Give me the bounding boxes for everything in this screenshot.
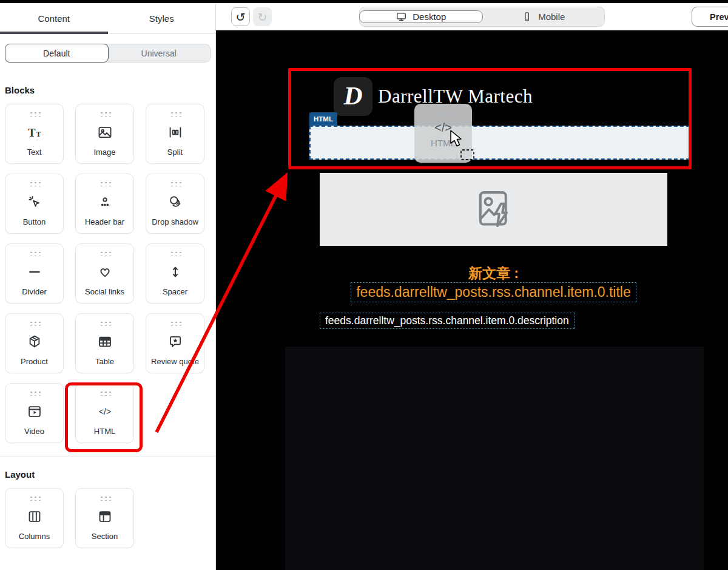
block-card-product[interactable]: Product xyxy=(5,313,64,373)
drag-dots-icon xyxy=(29,110,41,117)
drop-shadow-icon xyxy=(167,186,183,217)
drag-dots-icon xyxy=(169,180,181,186)
drag-dots-icon xyxy=(169,250,181,256)
broken-image-icon xyxy=(474,188,513,231)
device-toggle: Desktop Mobile xyxy=(359,7,605,27)
svg-text:T: T xyxy=(28,126,35,138)
drag-dots-icon xyxy=(29,180,41,186)
mobile-toggle-button[interactable]: Mobile xyxy=(482,11,605,22)
block-card-header-bar[interactable]: Header bar xyxy=(75,174,134,234)
block-card-social-links[interactable]: Social links xyxy=(75,243,134,304)
html-icon: </> xyxy=(97,396,113,427)
post-section-heading: 新文章 : xyxy=(320,265,667,281)
email-preview-canvas: D DarrellTW Martech HTML </> HTML 新文章 : … xyxy=(216,30,728,570)
section-icon xyxy=(97,501,113,532)
review-quote-icon xyxy=(167,326,183,357)
drag-dots-icon xyxy=(99,390,111,396)
feed-description-variable[interactable]: feeds.darrelltw_posts.rss.channel.item.0… xyxy=(320,313,575,329)
html-block-dropzone[interactable] xyxy=(309,126,690,160)
drag-dots-icon xyxy=(169,110,181,117)
block-card-button[interactable]: Button xyxy=(5,174,64,234)
drag-dots-icon xyxy=(29,390,41,396)
table-icon xyxy=(97,326,113,357)
toggle-universal[interactable]: Universal xyxy=(108,44,211,62)
sidebar-tabs: Content Styles xyxy=(0,3,215,34)
feed-title-row: feeds.darrelltw_posts.rss.channel.item.0… xyxy=(320,282,667,302)
columns-icon xyxy=(27,501,42,532)
divider-icon xyxy=(27,256,42,287)
block-card-image[interactable]: Image xyxy=(75,104,134,164)
tab-content[interactable]: Content xyxy=(0,3,108,33)
active-tab-underline xyxy=(0,32,108,34)
drag-dots-icon xyxy=(99,495,111,501)
drag-dots-icon xyxy=(99,320,111,326)
svg-text:</>: </> xyxy=(98,406,110,416)
block-card-spacer[interactable]: Spacer xyxy=(146,243,204,304)
drag-dots-icon xyxy=(29,320,41,326)
mobile-icon xyxy=(521,11,533,22)
block-card-divider[interactable]: Divider xyxy=(5,243,64,304)
image-icon xyxy=(97,117,113,148)
desktop-toggle-button[interactable]: Desktop xyxy=(359,10,483,23)
split-icon xyxy=(167,117,183,148)
layout-heading: Layout xyxy=(5,469,215,480)
undo-button[interactable]: ↺ xyxy=(231,7,250,26)
drag-dots-icon xyxy=(29,250,41,256)
product-icon xyxy=(27,326,42,357)
block-card-text[interactable]: TT Text xyxy=(5,104,64,164)
feed-title-variable[interactable]: feeds.darrelltw_posts.rss.channel.item.0… xyxy=(351,282,636,302)
toggle-default[interactable]: Default xyxy=(5,44,109,63)
preview-button[interactable]: Preview xyxy=(692,7,728,27)
block-card-table[interactable]: Table xyxy=(75,313,134,373)
drag-dots-icon xyxy=(99,250,111,256)
email-editor: Content Styles Default Universal Blocks … xyxy=(0,0,728,570)
spacer-icon xyxy=(167,256,183,287)
email-footer-section[interactable] xyxy=(285,347,704,570)
desktop-icon xyxy=(396,11,407,22)
button-icon xyxy=(27,186,42,217)
text-icon: TT xyxy=(27,117,42,148)
social-links-icon xyxy=(97,256,113,287)
drag-dots-icon xyxy=(437,110,450,117)
block-card-split[interactable]: Split xyxy=(146,104,204,164)
sidebar-divider xyxy=(0,456,215,456)
block-card-columns[interactable]: Columns xyxy=(5,488,64,548)
drag-dots-icon xyxy=(169,320,181,326)
header-bar-icon xyxy=(97,186,113,217)
sidebar: Content Styles Default Universal Blocks … xyxy=(0,3,216,570)
video-icon xyxy=(27,396,42,427)
svg-text:T: T xyxy=(36,129,41,138)
drag-dots-icon xyxy=(99,110,111,117)
image-placeholder[interactable] xyxy=(320,173,667,246)
blocks-heading: Blocks xyxy=(5,85,215,95)
canvas-toolbar: ↺ ↻ Desktop Mobile Preview xyxy=(216,3,728,30)
layout-grid: Columns Section xyxy=(0,488,215,548)
brand-logo: D xyxy=(334,77,372,116)
block-card-drop-shadow[interactable]: Drop shadow xyxy=(146,174,204,234)
drag-dots-icon xyxy=(99,180,111,186)
tab-styles[interactable]: Styles xyxy=(108,3,216,33)
selected-block-badge: HTML xyxy=(309,112,337,126)
drag-cursor-icon xyxy=(449,130,477,163)
redo-button[interactable]: ↻ xyxy=(253,7,272,26)
style-scope-toggle: Default Universal xyxy=(5,44,211,63)
block-card-html[interactable]: </> HTML xyxy=(75,383,134,443)
block-card-section[interactable]: Section xyxy=(75,488,134,548)
drag-dots-icon xyxy=(29,495,41,501)
block-card-video[interactable]: Video xyxy=(5,383,64,443)
feed-description-row: feeds.darrelltw_posts.rss.channel.item.0… xyxy=(320,313,575,329)
block-card-review-quote[interactable]: Review quote xyxy=(146,313,204,373)
blocks-grid: TT Text Image Split xyxy=(0,104,215,443)
